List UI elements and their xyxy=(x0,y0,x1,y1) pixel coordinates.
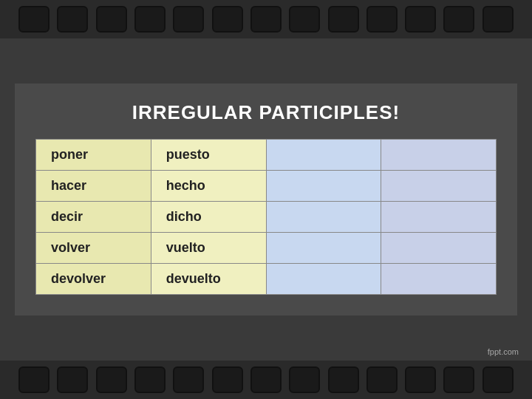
sprocket-hole xyxy=(212,6,243,33)
sprocket-hole xyxy=(250,6,282,33)
sprocket-hole xyxy=(134,366,166,393)
sprocket-hole xyxy=(443,6,474,33)
table-row: poner puesto xyxy=(36,140,497,171)
participle-cell: devuelto xyxy=(151,264,266,295)
sprocket-hole xyxy=(134,6,166,33)
participles-table: poner puesto hacer hecho decir dicho xyxy=(35,139,497,295)
sprocket-hole xyxy=(289,366,320,393)
sprocket-hole xyxy=(173,6,204,33)
top-sprockets xyxy=(0,0,532,38)
empty-cell xyxy=(266,171,381,202)
sprocket-hole xyxy=(443,366,474,393)
table-row: decir dicho xyxy=(36,202,497,233)
sprocket-hole xyxy=(328,6,359,33)
word-cell: devolver xyxy=(36,264,151,295)
word-cell: volver xyxy=(36,233,151,264)
word-cell: poner xyxy=(36,140,151,171)
participle-cell: puesto xyxy=(151,140,266,171)
participle-cell: vuelto xyxy=(151,233,266,264)
word-cell: hacer xyxy=(36,171,151,202)
empty-cell xyxy=(266,140,381,171)
word-cell: decir xyxy=(36,202,151,233)
bottom-sprockets xyxy=(0,361,532,399)
empty-cell xyxy=(381,264,497,295)
sprocket-hole xyxy=(250,366,282,393)
sprocket-hole xyxy=(18,366,50,393)
sprocket-hole xyxy=(289,6,320,33)
sprocket-hole xyxy=(212,366,243,393)
sprocket-hole xyxy=(57,366,88,393)
sprocket-hole xyxy=(96,6,127,33)
table-row: devolver devuelto xyxy=(36,264,497,295)
empty-cell xyxy=(381,202,497,233)
sprocket-hole xyxy=(173,366,204,393)
empty-cell xyxy=(266,233,381,264)
sprocket-hole xyxy=(366,366,398,393)
sprocket-hole xyxy=(482,366,514,393)
table-row: hacer hecho xyxy=(36,171,497,202)
slide-content: IRREGULAR PARTICIPLES! poner puesto hace… xyxy=(15,83,517,316)
participle-cell: hecho xyxy=(151,171,266,202)
sprocket-hole xyxy=(405,366,436,393)
sprocket-hole xyxy=(366,6,398,33)
empty-cell xyxy=(266,202,381,233)
sprocket-hole xyxy=(18,6,50,33)
table-row: volver vuelto xyxy=(36,233,497,264)
empty-cell xyxy=(381,140,497,171)
participle-cell: dicho xyxy=(151,202,266,233)
watermark: fppt.com xyxy=(488,347,519,356)
sprocket-hole xyxy=(57,6,88,33)
slide-title: IRREGULAR PARTICIPLES! xyxy=(35,101,497,124)
sprocket-hole xyxy=(96,366,127,393)
film-frame: IRREGULAR PARTICIPLES! poner puesto hace… xyxy=(0,0,532,399)
empty-cell xyxy=(266,264,381,295)
sprocket-hole xyxy=(482,6,514,33)
sprocket-hole xyxy=(405,6,436,33)
sprocket-hole xyxy=(328,366,359,393)
empty-cell xyxy=(381,233,497,264)
empty-cell xyxy=(381,171,497,202)
